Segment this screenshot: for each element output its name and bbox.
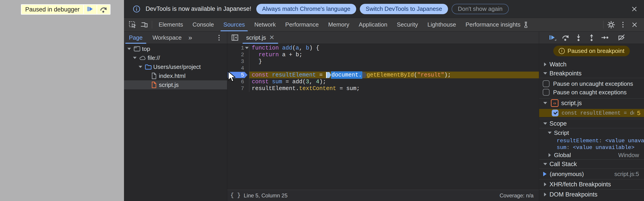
infobar-action-0[interactable]: Always match Chrome's language [256, 4, 356, 14]
devtools-toolbar: ElementsConsoleSourcesNetworkPerformance… [124, 18, 644, 32]
close-devtools-button[interactable] [629, 18, 640, 31]
token [269, 78, 272, 85]
panel-tab-application[interactable]: Application [354, 18, 392, 31]
toggle-device-toolbar-button[interactable] [138, 18, 150, 31]
panel-tab-security[interactable]: Security [392, 18, 423, 31]
deactivate-breakpoints-button[interactable] [615, 34, 628, 42]
file-icon [150, 72, 158, 80]
line-number-gutter[interactable]: 4 [227, 65, 249, 72]
tree-item-top[interactable]: top [124, 44, 227, 53]
resume-button[interactable] [546, 34, 559, 42]
code-text: } [249, 58, 539, 65]
step-over-button[interactable] [97, 5, 110, 14]
navigator-tab-strip: Page Workspace » [124, 32, 227, 44]
infobar-action-1[interactable]: Switch DevTools to Japanese [360, 4, 448, 14]
toggle-navigator-button[interactable] [229, 34, 241, 42]
code-line-7[interactable]: 7resultElement.textContent = sum; [227, 85, 539, 92]
continue-to-marker-icon[interactable] [327, 72, 331, 78]
step-out-button[interactable] [585, 34, 598, 42]
panel-tab-console[interactable]: Console [188, 18, 218, 31]
checkbox[interactable] [543, 89, 550, 96]
code-editor[interactable]: 1function add(a, b) {2 return a + b;3 }4… [227, 44, 539, 190]
panel-tab-label: Security [397, 21, 418, 28]
line-number: 1 [241, 45, 244, 51]
coverage-status: Coverage: n/a [500, 192, 534, 199]
checkbox[interactable] [543, 80, 550, 87]
code-line-2[interactable]: 2 return a + b; [227, 51, 539, 58]
frame-icon [133, 45, 141, 52]
more-options-button[interactable] [617, 18, 629, 31]
tab-close-icon[interactable]: ✕ [269, 34, 274, 41]
scope-variable-resultElement[interactable]: resultElement: <value unavailable> [539, 137, 644, 144]
paused-badge-label: Paused on breakpoint [568, 48, 624, 54]
breakpoint-checkbox[interactable] [552, 110, 558, 116]
tree-item-file-[interactable]: file:// [124, 53, 227, 62]
tree-item-script-js[interactable]: script.js [124, 80, 227, 89]
continue-to-marker-icon[interactable] [362, 72, 366, 78]
pause-option-1[interactable]: Pause on caught exceptions [539, 88, 644, 96]
breakpoint-marker[interactable]: 5 [227, 72, 249, 78]
section-scope[interactable]: Scope [539, 119, 644, 128]
scope-global-group[interactable]: Global Window [539, 151, 644, 159]
call-stack-frame[interactable]: (anonymous) script.js:5 [539, 169, 644, 179]
tree-item-index-html[interactable]: index.html [124, 71, 227, 80]
code-text: function add(a, b) { [249, 44, 539, 51]
step-over-button[interactable] [559, 34, 572, 42]
tab-workspace[interactable]: Workspace [148, 32, 187, 44]
panel-tab-elements[interactable]: Elements [154, 18, 188, 31]
line-number-gutter[interactable]: 6 [227, 78, 249, 85]
script-file-icon: ‹› [551, 99, 558, 107]
section-xhr-breakpoints[interactable]: XHR/fetch Breakpoints [539, 180, 644, 189]
token: a [296, 45, 299, 51]
step-button[interactable] [598, 34, 611, 42]
panel-tab-memory[interactable]: Memory [323, 18, 354, 31]
fold-arrow-icon[interactable] [245, 47, 249, 49]
breakpoint-entry[interactable]: const resultElement = doc⋯ 5 [539, 109, 644, 117]
step-into-button[interactable] [572, 34, 585, 42]
panel-tab-lighthouse[interactable]: Lighthouse [422, 18, 460, 31]
breakpoint-file-group[interactable]: ‹› script.js [539, 98, 644, 108]
token: = add( [282, 78, 306, 85]
line-number-gutter[interactable]: 3 [227, 58, 249, 65]
line-number-gutter[interactable]: 1 [227, 44, 249, 51]
code-line-4[interactable]: 4 [227, 65, 539, 72]
code-line-1[interactable]: 1function add(a, b) { [227, 44, 539, 51]
scope-variable-sum[interactable]: sum: <value unavailable> [539, 144, 644, 151]
pretty-print-icon[interactable]: { } [230, 192, 240, 199]
settings-button[interactable] [605, 18, 617, 31]
token: = sum; [336, 85, 360, 92]
more-tabs-icon[interactable]: » [186, 34, 194, 42]
navigator-menu-button[interactable] [214, 35, 224, 40]
infobar-actions: Always match Chrome's languageSwitch Dev… [256, 4, 509, 14]
panel-tab-performance-insights[interactable]: Performance insights [461, 18, 534, 31]
code-line-5[interactable]: 5const resultElement = document.getEleme… [227, 72, 539, 78]
section-dom-breakpoints[interactable]: DOM Breakpoints [539, 190, 644, 200]
panel-tab-sources[interactable]: Sources [219, 18, 250, 31]
code-line-3[interactable]: 3 } [227, 58, 539, 65]
scope-script-group[interactable]: Script [539, 128, 644, 137]
resume-icon [88, 7, 93, 12]
code-line-6[interactable]: 6const sum = add(3, 4); [227, 78, 539, 85]
infobar-close-icon[interactable] [631, 6, 638, 12]
section-breakpoints[interactable]: Breakpoints [539, 69, 644, 78]
panel-tab-performance[interactable]: Performance [280, 18, 324, 31]
tree-item-label: script.js [159, 82, 179, 88]
infobar-action-2[interactable]: Don't show again [452, 4, 509, 14]
panel-tab-network[interactable]: Network [250, 18, 280, 31]
token: } [252, 58, 262, 65]
tab-page[interactable]: Page [124, 32, 148, 44]
section-call-stack[interactable]: Call Stack [539, 160, 644, 168]
line-number-gutter[interactable]: 2 [227, 51, 249, 58]
frame-location: script.js:5 [614, 170, 644, 178]
gear-icon [607, 21, 615, 29]
pause-option-0[interactable]: Pause on uncaught exceptions [539, 80, 644, 88]
panel-tab-label: Elements [159, 21, 183, 28]
token [252, 52, 258, 58]
editor-tab-scriptjs[interactable]: script.js ✕ [242, 32, 279, 44]
line-number-gutter[interactable]: 7 [227, 85, 249, 92]
inspect-element-button[interactable] [127, 18, 138, 31]
tree-item-users-user-project[interactable]: Users/user/project [124, 62, 227, 71]
resume-script-button[interactable] [84, 5, 96, 14]
section-watch[interactable]: Watch [539, 60, 644, 69]
cloud-icon [139, 54, 146, 62]
